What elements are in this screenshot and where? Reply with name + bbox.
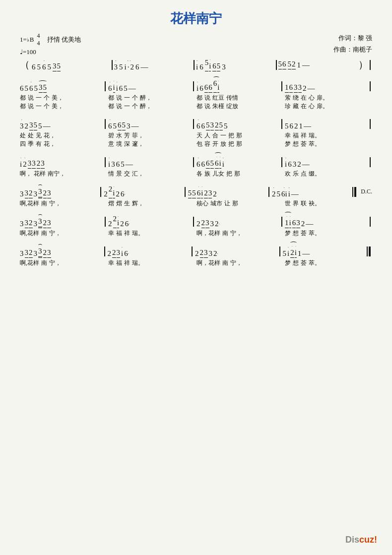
n: — <box>302 249 310 258</box>
n: ·6 <box>108 80 112 93</box>
lc: 天 <box>196 131 202 140</box>
n: 3 <box>38 217 42 228</box>
time-bottom: 4 <box>37 40 40 47</box>
n: 3 <box>111 160 115 169</box>
lc: 菲， <box>132 131 144 140</box>
intro-m2: · 3 5 · · i·2 6 — <box>114 59 193 71</box>
lc: 福 <box>116 259 122 267</box>
n: 2 <box>294 122 298 130</box>
lc: 萃。 <box>309 229 321 238</box>
r1m4: 1 6 3 3 2 — <box>285 83 367 93</box>
n: — <box>131 122 139 130</box>
lc: 各 <box>196 170 202 178</box>
r1m3: ·i 6 6 6 6 ·i <box>196 79 279 93</box>
lm: 都说朱槿绽放 <box>196 102 284 111</box>
n: ·6i <box>281 185 287 198</box>
row1-notation: 6 5 ·6 5 3 5 ·6 ·i ·i 6 5 — <box>20 79 372 93</box>
n: 2 <box>196 220 200 228</box>
lc: 在 <box>301 94 307 102</box>
n: ·i <box>196 80 198 93</box>
n: 6 <box>201 122 205 130</box>
n-1: 1 <box>297 61 301 69</box>
n: 5 <box>113 122 117 130</box>
row5: 3 3 2 3 3 2 3 2 2 <box>20 215 372 238</box>
n: ·3 <box>20 118 24 130</box>
n: 6· <box>121 189 126 198</box>
lc: 心 <box>309 102 315 111</box>
header-row: 1= ♭B 4 4 抒情 优美地 ♩=100 作词：黎 强 作曲：南栀子 <box>20 32 372 56</box>
n: 6 <box>119 84 123 93</box>
row2-lyric2: 四季有花， 意境深邃， 包容开放把那 梦想荟萃。 <box>20 140 372 148</box>
n-56: 56 <box>278 60 286 69</box>
lc: 宁， <box>49 229 61 238</box>
lc: 把 <box>228 140 234 148</box>
n-arc: 3 <box>38 187 42 198</box>
n: — <box>43 122 51 130</box>
lc: 幸 <box>108 259 114 267</box>
key-label: 1= <box>20 36 27 44</box>
n: 6 6 <box>204 83 212 93</box>
bar <box>185 187 186 197</box>
lc: 红豆 <box>212 94 224 102</box>
n: ·i <box>108 156 110 169</box>
n: ·i <box>288 185 290 198</box>
key-note: B <box>30 36 34 44</box>
n: 5 <box>121 160 125 169</box>
lm: 意境深邃， <box>108 140 196 148</box>
lc: 啊,花样 <box>20 229 39 238</box>
n-dash: — <box>140 63 148 71</box>
r2m2: ·6 5 6 5 3 — <box>108 118 191 130</box>
lc: 啊，花样 <box>196 259 220 267</box>
lc: 芳 <box>124 131 130 140</box>
intro-m4: 56 52 1 — <box>278 60 357 69</box>
lc: 南 <box>41 199 47 208</box>
n: 3 2 <box>25 219 33 228</box>
key-time-area: 1= ♭B 4 4 抒情 优美地 ♩=100 <box>20 32 81 56</box>
bar <box>370 81 371 91</box>
lc: 让 <box>224 199 230 208</box>
row1: 6 5 ·6 5 3 5 ·6 ·i ·i 6 5 — <box>20 79 372 111</box>
n-5c: 5 <box>119 63 123 71</box>
row2-notation: ·3 2 3 5 5 — ·6 5 6 5 3 — <box>20 118 372 130</box>
n-6dot5: · 6 <box>42 59 46 71</box>
lc: 想 <box>293 229 299 238</box>
lc: 情 <box>108 170 114 178</box>
bar <box>193 157 194 167</box>
lc: 辉， <box>132 199 144 208</box>
n: 2 <box>25 122 29 130</box>
lc: 幸 <box>108 229 114 238</box>
page: 花样南宁 1= ♭B 4 4 抒情 优美地 ♩=100 作词：黎 强 作曲：南栀… <box>20 10 372 267</box>
r1m1: 6 5 ·6 5 3 5 <box>20 80 102 93</box>
lm: 啊,花样南宁， <box>20 229 107 238</box>
n: ·6 <box>196 156 200 169</box>
n: ·i <box>285 156 287 169</box>
key-signature: 1= ♭B 4 4 抒情 优美地 <box>20 32 81 47</box>
lm: 梦想荟萃。 <box>285 140 372 148</box>
n: 5 <box>124 84 128 93</box>
bar <box>100 187 101 197</box>
n: ·i <box>121 245 123 258</box>
bar <box>105 217 106 227</box>
lc: 景 <box>116 170 122 178</box>
r5m2: 2 2 ·i 2 6· <box>108 215 191 228</box>
n: 2 ·i <box>113 215 120 228</box>
final-double-bar <box>367 247 371 256</box>
lc: 啊， <box>20 170 32 178</box>
lc: 处 <box>20 131 26 140</box>
lc: 花样 <box>34 170 46 178</box>
lc: 城市 <box>210 199 222 208</box>
n: 6 3 <box>292 219 300 228</box>
lc: 说 <box>28 94 34 102</box>
close-paren: ） <box>358 58 368 71</box>
n-3dot5: · 3 <box>114 59 118 71</box>
lm: 核心城市让那 <box>196 199 284 208</box>
n: 2 <box>213 190 217 198</box>
r5m1: 3 3 2 3 3 2 3 <box>20 217 102 228</box>
lm: 碧水芳菲， <box>108 131 196 140</box>
lc: 荟 <box>301 259 307 267</box>
lc: 美， <box>52 94 64 102</box>
lc: 联 <box>301 199 307 208</box>
lc: 生 <box>124 199 130 208</box>
row2: ·3 2 3 5 5 — ·6 5 6 5 3 — <box>20 118 372 148</box>
n: 2 <box>301 220 305 228</box>
